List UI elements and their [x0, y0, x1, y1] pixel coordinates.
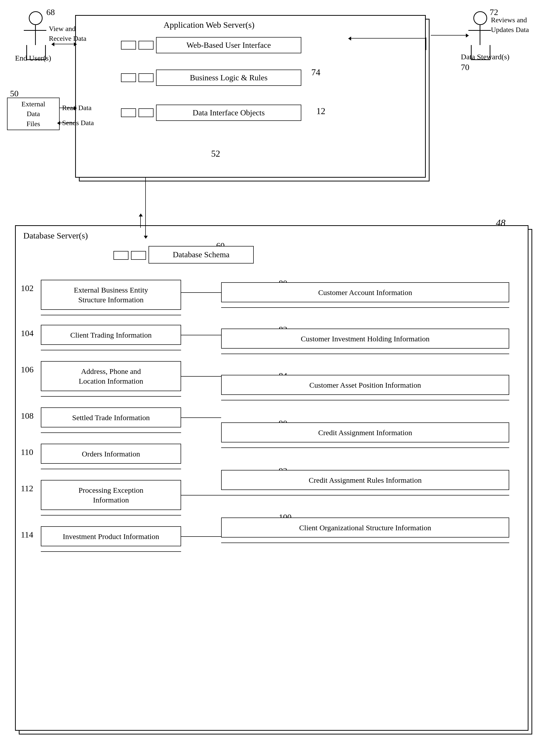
- address-phone-box: Address, Phone and Location Information: [41, 361, 181, 391]
- read-data-arrow-head: [74, 106, 77, 110]
- conn-biz-2: [138, 73, 153, 82]
- client-trading-label: Client Trading Information: [70, 330, 152, 340]
- vertical-arrow-up-head: [139, 213, 143, 216]
- sends-data-arrow-line: [60, 123, 76, 123]
- settled-trade-label: Settled Trade Information: [72, 413, 150, 422]
- customer-account-box: Customer Account Information: [221, 282, 509, 302]
- ref-74: 74: [311, 67, 320, 78]
- client-trading-box: Client Trading Information: [41, 325, 181, 345]
- steward-head: [473, 11, 487, 25]
- ref-108: 108: [21, 411, 34, 421]
- db-server-title: Database Server(s): [23, 231, 88, 240]
- credit-assignment-box: Credit Assignment Information: [221, 422, 509, 442]
- conn-di-1: [121, 108, 136, 117]
- external-data-files-label: External Data Files: [22, 99, 45, 129]
- ref-50-label: 50: [10, 89, 19, 98]
- steward-leg-right: [480, 45, 490, 60]
- external-data-files-box: External Data Files: [7, 98, 60, 130]
- arrow-right-head: [74, 42, 77, 46]
- enduser-leg-left: [26, 45, 36, 60]
- steward-arms: [468, 30, 491, 31]
- ref-106: 106: [21, 365, 34, 374]
- ref-52: 52: [211, 148, 220, 159]
- ref-114: 114: [21, 530, 33, 540]
- ref-110: 110: [21, 447, 33, 457]
- customer-investment-box: Customer Investment Holding Information: [221, 329, 509, 349]
- conn-biz-1: [121, 73, 136, 82]
- address-phone-label: Address, Phone and Location Information: [79, 366, 143, 386]
- conn-db-2: [131, 251, 146, 260]
- orders-box: Orders Information: [41, 444, 181, 464]
- ref-102: 102: [21, 284, 34, 293]
- data-interface-box: Data Interface Objects: [156, 105, 301, 121]
- enduser-body: [35, 25, 36, 45]
- sends-data-arrow-head: [57, 121, 60, 125]
- steward-arrow: [431, 35, 468, 36]
- steward-leg-left: [471, 45, 481, 60]
- external-business-box: External Business Entity Structure Infor…: [41, 280, 181, 310]
- steward-arrow-head: [466, 34, 469, 38]
- steward-body: [480, 25, 480, 45]
- customer-asset-box: Customer Asset Position Information: [221, 375, 509, 395]
- enduser-arrow: [54, 44, 76, 44]
- client-org-box: Client Organizational Structure Informat…: [221, 518, 509, 538]
- db-schema-box: Database Schema: [148, 246, 254, 264]
- read-data-arrow: [60, 108, 76, 108]
- app-server-title: Application Web Server(s): [163, 20, 254, 30]
- processing-exception-box: Processing Exception Information: [41, 480, 181, 510]
- conn-web-2: [138, 41, 153, 50]
- arrow-left-head: [51, 42, 54, 46]
- enduser-head: [29, 11, 43, 25]
- app-server-box: Application Web Server(s) Web-Based User…: [75, 15, 426, 178]
- vertical-arrow-down-head: [144, 236, 148, 239]
- enduser-arms: [24, 30, 46, 31]
- external-business-label: External Business Entity Structure Infor…: [74, 285, 148, 305]
- biz-logic-box: Business Logic & Rules: [156, 70, 301, 86]
- settled-trade-box: Settled Trade Information: [41, 407, 181, 427]
- vertical-arrow-up: [140, 215, 141, 228]
- ref-68-label: 68: [46, 8, 55, 17]
- ref-104: 104: [21, 329, 34, 338]
- investment-product-label: Investment Product Information: [63, 532, 159, 541]
- customer-account-label: Customer Account Information: [318, 288, 412, 297]
- vertical-arrow-down: [145, 178, 146, 238]
- conn-web-1: [121, 41, 136, 50]
- credit-assignment-rules-label: Credit Assignment Rules Information: [309, 475, 422, 485]
- enduser-leg-right: [36, 45, 46, 60]
- db-server-box: Database Server(s) Database Schema 60 10…: [15, 225, 528, 731]
- top-horizontal-arrow: [351, 38, 426, 39]
- client-org-label: Client Organizational Structure Informat…: [299, 523, 431, 533]
- conn-di-2: [138, 108, 153, 117]
- view-receive-label: View and Receive Data: [49, 24, 86, 43]
- ref-12: 12: [316, 106, 325, 116]
- investment-product-box: Investment Product Information: [41, 526, 181, 546]
- ref-112: 112: [21, 484, 33, 493]
- processing-exception-label: Processing Exception Information: [78, 485, 143, 505]
- orders-label: Orders Information: [82, 449, 140, 459]
- reviews-updates-label: Reviews and Updates Data: [491, 15, 529, 35]
- customer-investment-label: Customer Investment Holding Information: [301, 334, 430, 344]
- ref-70-label: 70: [461, 63, 469, 72]
- top-arrow-left-head: [348, 37, 351, 41]
- web-ui-box: Web-Based User Interface: [156, 37, 301, 53]
- credit-assignment-label: Credit Assignment Information: [318, 428, 412, 437]
- diagram-container: Application Web Server(s) Web-Based User…: [0, 0, 542, 756]
- customer-asset-label: Customer Asset Position Information: [309, 380, 421, 390]
- conn-db-1: [113, 251, 128, 260]
- credit-assignment-rules-box: Credit Assignment Rules Information: [221, 470, 509, 490]
